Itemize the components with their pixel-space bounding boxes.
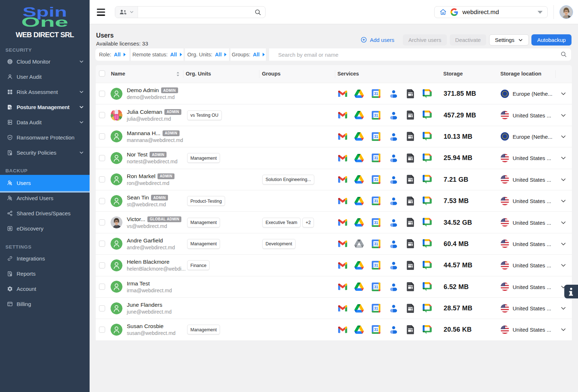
svg-text:31: 31 <box>374 242 378 246</box>
svg-text:31: 31 <box>374 135 378 139</box>
svg-text:31: 31 <box>374 199 378 203</box>
svg-text:31: 31 <box>374 156 378 160</box>
svg-text:31: 31 <box>374 285 378 289</box>
svg-text:31: 31 <box>374 177 378 181</box>
svg-text:31: 31 <box>374 220 378 224</box>
svg-text:31: 31 <box>374 92 378 96</box>
svg-text:31: 31 <box>374 113 378 117</box>
svg-text:31: 31 <box>374 263 378 267</box>
svg-text:31: 31 <box>374 306 378 310</box>
svg-text:31: 31 <box>374 328 378 332</box>
